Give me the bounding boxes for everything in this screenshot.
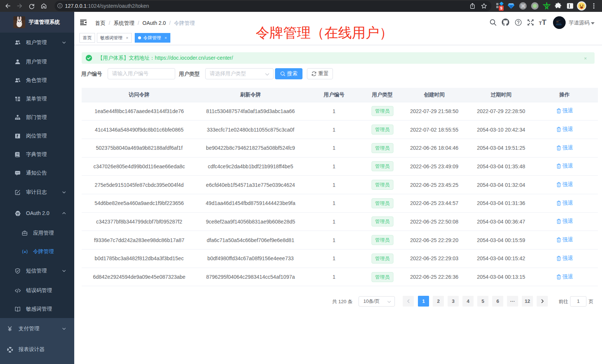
svg-text:⌘: ⌘ bbox=[521, 3, 526, 9]
svg-text:a: a bbox=[24, 250, 26, 254]
svg-text:9: 9 bbox=[500, 6, 502, 10]
